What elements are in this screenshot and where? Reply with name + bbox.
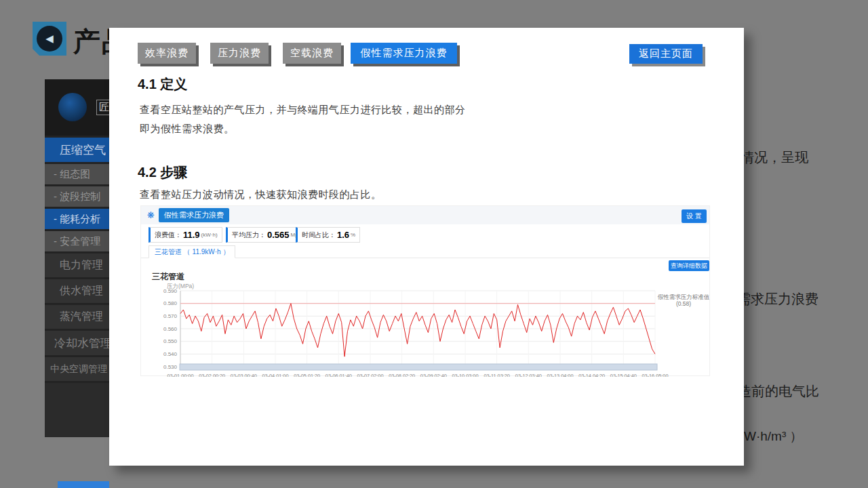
back-arrow-icon: ◀ bbox=[37, 26, 62, 52]
svg-text:03-14 04:20: 03-14 04:20 bbox=[578, 373, 605, 377]
return-main-page-button[interactable]: 返回主页面 bbox=[629, 44, 703, 64]
svg-text:03-08 02:20: 03-08 02:20 bbox=[389, 373, 415, 377]
stat-time-number: 1.6 bbox=[337, 230, 349, 240]
query-detail-button[interactable]: 查询详细数据 bbox=[669, 260, 709, 271]
stat-pressure-number: 0.565 bbox=[267, 230, 290, 240]
svg-text:0.550: 0.550 bbox=[163, 338, 178, 344]
svg-text:03-11 03:20: 03-11 03:20 bbox=[484, 373, 509, 377]
tab-noload-waste[interactable]: 空载浪费 bbox=[283, 43, 341, 64]
reference-label-line2: (0.58) bbox=[656, 300, 711, 307]
svg-text:03-13 04:00: 03-13 04:00 bbox=[547, 373, 574, 377]
background-text-fragment-2: 需求压力浪费 bbox=[737, 290, 818, 308]
settings-button[interactable]: 设 置 bbox=[682, 209, 707, 223]
stat-waste-value: 浪费值： 11.9 (kW·h) bbox=[149, 227, 222, 243]
svg-text:03-12 03:40: 03-12 03:40 bbox=[515, 373, 542, 377]
chart-title: 三花管道 bbox=[152, 271, 184, 283]
svg-text:03-15 04:40: 03-15 04:40 bbox=[610, 373, 637, 377]
stat-waste-label: 浪费值： bbox=[155, 230, 182, 240]
svg-text:03-10 03:00: 03-10 03:00 bbox=[452, 373, 479, 377]
stat-time-ratio: 时间占比： 1.6 % bbox=[296, 227, 360, 243]
tab-false-demand-pressure-waste[interactable]: 假性需求压力浪费 bbox=[351, 43, 457, 64]
help-modal: 效率浪费 压力浪费 空载浪费 假性需求压力浪费 返回主页面 4.1 定义 查看空… bbox=[109, 28, 744, 466]
svg-text:03-06 01:40: 03-06 01:40 bbox=[326, 373, 352, 377]
svg-text:0.580: 0.580 bbox=[163, 300, 178, 306]
slide-back-logo: ◀ bbox=[33, 22, 66, 56]
background-text-fragment-1: 情况，呈现 bbox=[741, 148, 808, 167]
section-4-1-title: 4.1 定义 bbox=[138, 75, 187, 94]
svg-text:03-01 00:00: 03-01 00:00 bbox=[167, 373, 194, 377]
sidebar-logo-icon bbox=[58, 93, 87, 121]
app-header-badge: 假性需求压力浪费 bbox=[159, 208, 229, 222]
svg-text:03-04 01:00: 03-04 01:00 bbox=[262, 373, 289, 377]
svg-text:03-16 05:00: 03-16 05:00 bbox=[642, 373, 669, 377]
tab-efficiency-waste[interactable]: 效率浪费 bbox=[138, 43, 196, 64]
app-header-bar: ❋ 假性需求压力浪费 设 置 bbox=[141, 206, 709, 224]
stat-pressure-label: 平均压力： bbox=[232, 230, 266, 240]
section-4-2-title: 4.2 步骤 bbox=[138, 163, 187, 182]
stat-avg-pressure: 平均压力： 0.565 Mpa bbox=[226, 227, 306, 243]
svg-text:0.560: 0.560 bbox=[163, 326, 178, 332]
section-4-1-line1: 查看空压站整站的产气压力，并与终端用气压力进行比较，超出的部分 bbox=[140, 104, 466, 117]
waste-badge-icon: ❋ bbox=[147, 210, 155, 220]
reference-label-line1: 假性需求压力标准值 bbox=[656, 293, 711, 300]
svg-text:03-07 02:00: 03-07 02:00 bbox=[357, 373, 384, 377]
background-text-fragment-3: 造前的电气比 bbox=[738, 382, 819, 401]
tab-pressure-waste[interactable]: 压力浪费 bbox=[210, 43, 269, 64]
stat-waste-unit: (kW·h) bbox=[201, 232, 218, 238]
svg-text:03-02 00:20: 03-02 00:20 bbox=[199, 373, 225, 377]
svg-text:03-03 00:40: 03-03 00:40 bbox=[231, 373, 257, 377]
background-text-fragment-4: W·h/m³ ） bbox=[744, 428, 803, 445]
svg-text:0.570: 0.570 bbox=[163, 313, 178, 319]
chart-y-axis-label: 压力(MPa) bbox=[167, 283, 194, 291]
svg-text:0.540: 0.540 bbox=[163, 351, 178, 357]
svg-text:0.530: 0.530 bbox=[163, 364, 178, 370]
stat-waste-number: 11.9 bbox=[183, 230, 200, 240]
stat-time-unit: % bbox=[351, 232, 355, 238]
background-blue-strip bbox=[58, 481, 109, 488]
section-4-2-body: 查看整站压力波动情况，快速获知浪费时段的占比。 bbox=[140, 188, 382, 201]
reference-line-annotation: 假性需求压力标准值 (0.58) bbox=[656, 293, 711, 307]
pipe-tab-sanhua[interactable]: 三花管道 （ 11.9kW·h ） bbox=[149, 245, 235, 258]
svg-text:03-09 02:40: 03-09 02:40 bbox=[420, 373, 447, 377]
embedded-app-screenshot: ❋ 假性需求压力浪费 设 置 浪费值： 11.9 (kW·h) 平均压力： 0.… bbox=[140, 205, 710, 376]
stat-time-label: 时间占比： bbox=[302, 230, 336, 240]
section-4-1-line2: 即为假性需求浪费。 bbox=[140, 123, 235, 136]
svg-text:03-05 01:20: 03-05 01:20 bbox=[294, 373, 320, 377]
